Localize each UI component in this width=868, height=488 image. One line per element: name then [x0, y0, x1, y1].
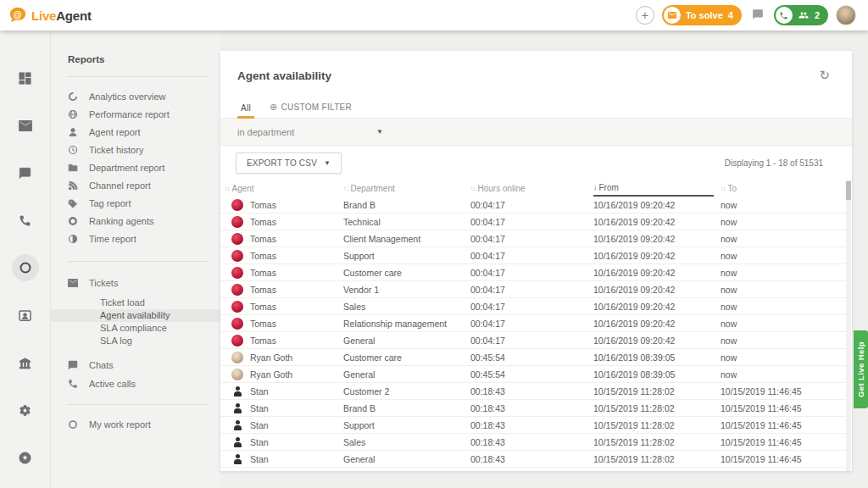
- sidebar-item-tickets[interactable]: Tickets: [68, 274, 220, 291]
- to-cell: now: [721, 352, 843, 363]
- sidebar-item-label: Ticket history: [89, 145, 143, 155]
- to-solve-count: 4: [728, 10, 733, 20]
- active-calls-button[interactable]: 2: [774, 5, 828, 25]
- sidebar-item-department-report[interactable]: Department report: [68, 158, 220, 176]
- department-cell: General: [343, 369, 470, 380]
- to-cell: now: [721, 285, 843, 295]
- agent-cell: Tomas: [225, 267, 343, 279]
- filter-bar: in department ▼: [220, 119, 852, 146]
- sidebar-subitem-agent-availability[interactable]: Agent availability: [51, 309, 220, 322]
- settings-icon[interactable]: [12, 396, 39, 424]
- to-solve-button[interactable]: To solve 4: [662, 5, 742, 25]
- export-csv-button[interactable]: EXPORT TO CSV ▼: [236, 152, 342, 174]
- table-row[interactable]: Tomas Technical 00:04:17 10/16/2019 09:2…: [220, 214, 852, 230]
- agent-cell: Tomas: [225, 318, 343, 330]
- agent-avatar: [231, 267, 243, 279]
- sidebar-item-tag-report[interactable]: Tag report: [68, 194, 220, 212]
- plus-circle-icon[interactable]: +: [636, 6, 654, 25]
- table-row[interactable]: Stan Support 00:18:43 10/15/2019 11:28:0…: [220, 417, 852, 434]
- table-scrollbar[interactable]: [846, 180, 851, 471]
- column-header-to[interactable]: ↑↓ To: [721, 180, 843, 197]
- table-row[interactable]: Tomas Relationship management 00:04:17 1…: [220, 315, 852, 332]
- from-cell: 10/16/2019 09:20:42: [593, 234, 721, 244]
- sidebar-item-analytics-overview[interactable]: Analytics overview: [68, 87, 220, 105]
- chevron-down-icon: ▼: [376, 128, 383, 136]
- table-row[interactable]: Stan Sales 00:18:43 10/15/2019 11:28:02 …: [220, 434, 852, 451]
- sidebar-item-label: Chats: [89, 360, 114, 370]
- table-row[interactable]: Tomas Client Management 00:04:17 10/16/2…: [220, 230, 852, 247]
- contrast-clock-icon: [68, 234, 78, 244]
- table-row[interactable]: Tomas Sales 00:04:17 10/16/2019 09:20:42…: [220, 298, 852, 315]
- column-header-hours-online[interactable]: ↑↓ Hours online: [470, 180, 593, 197]
- get-live-help-button[interactable]: Get Live Help: [854, 330, 868, 408]
- department-filter-select[interactable]: in department ▼: [237, 127, 383, 137]
- plus-circle-icon: ⊕: [270, 102, 278, 113]
- tab-custom-filter[interactable]: ⊕ CUSTOM FILTER: [266, 102, 355, 118]
- hours-online-cell: 00:18:43: [470, 420, 593, 430]
- dashboard-icon[interactable]: [12, 64, 39, 92]
- sidebar-item-time-report[interactable]: Time report: [68, 230, 220, 247]
- contacts-icon[interactable]: [12, 302, 39, 329]
- column-header-department[interactable]: ↑↓ Department: [343, 180, 470, 197]
- sidebar-item-my-work-report[interactable]: My work report: [68, 415, 220, 433]
- gamification-icon[interactable]: [12, 444, 39, 471]
- sidebar-item-active-calls[interactable]: Active calls: [68, 374, 220, 392]
- tab-all[interactable]: All: [237, 103, 254, 118]
- rss-icon: [68, 180, 78, 191]
- refresh-icon[interactable]: ↻: [819, 68, 830, 83]
- agent-cell: Tomas: [225, 233, 343, 245]
- tag-icon: [68, 198, 78, 208]
- calls-icon[interactable]: [12, 207, 39, 234]
- scrollbar-thumb[interactable]: [846, 181, 851, 200]
- table-row[interactable]: Tomas Brand B 00:04:17 10/16/2019 09:20:…: [220, 197, 852, 214]
- sidebar-item-label: Agent report: [89, 127, 141, 137]
- sidebar-item-chats[interactable]: Chats: [68, 356, 220, 374]
- sort-icon: ↑↓: [721, 185, 726, 192]
- table-row[interactable]: Ryan Goth General 00:45:54 10/16/2019 08…: [220, 366, 852, 383]
- agent-avatar: [231, 436, 243, 448]
- table-row[interactable]: Stan Brand B 00:18:43 10/15/2019 11:28:0…: [220, 400, 852, 417]
- sidebar-item-ranking-agents[interactable]: Ranking agents: [68, 212, 220, 230]
- from-cell: 10/15/2019 11:28:02: [593, 386, 721, 396]
- agent-avatar: [231, 216, 243, 228]
- sidebar-item-ticket-history[interactable]: Ticket history: [68, 141, 220, 158]
- department-cell: Technical: [343, 217, 470, 227]
- svg-text:@: @: [14, 10, 22, 19]
- column-header-agent[interactable]: ↑↓ Agent: [225, 180, 343, 197]
- sidebar-item-label: Performance report: [89, 109, 170, 119]
- table-row[interactable]: Tomas Vendor 1 00:04:17 10/16/2019 09:20…: [220, 281, 852, 298]
- table-row[interactable]: Ryan Goth Customer care 00:45:54 10/16/2…: [220, 349, 852, 366]
- column-header-from[interactable]: ↓ From: [593, 180, 714, 197]
- table-row[interactable]: Tomas Support 00:04:17 10/16/2019 09:20:…: [220, 247, 852, 264]
- sidebar-subitem-ticket-load[interactable]: Ticket load: [51, 297, 220, 309]
- chats-icon[interactable]: [12, 159, 39, 186]
- tickets-icon[interactable]: [12, 112, 39, 139]
- table-row[interactable]: Stan General 00:18:43 10/15/2019 11:28:0…: [220, 451, 852, 468]
- agent-name: Tomas: [250, 251, 276, 261]
- logo-bubble-icon: @: [8, 6, 27, 25]
- sidebar-item-channel-report[interactable]: Channel report: [68, 176, 220, 194]
- table-row[interactable]: Tomas Customer care 00:04:17 10/16/2019 …: [220, 264, 852, 281]
- divider: [68, 404, 209, 405]
- sidebar-subitem-sla-compliance[interactable]: SLA compliance: [51, 322, 220, 335]
- sidebar-subitem-sla-log[interactable]: SLA log: [51, 335, 220, 347]
- to-cell: 10/15/2019 11:46:45: [721, 437, 843, 447]
- billing-icon[interactable]: [12, 349, 39, 376]
- agent-cell: Stan: [225, 402, 343, 414]
- sidebar-item-agent-report[interactable]: Agent report: [68, 123, 220, 141]
- table-row[interactable]: Stan Customer 2 00:18:43 10/15/2019 11:2…: [220, 383, 852, 400]
- user-avatar[interactable]: [836, 5, 856, 25]
- sidebar-item-label: My work report: [89, 419, 151, 430]
- to-cell: 10/15/2019 11:46:45: [721, 386, 843, 396]
- export-label: EXPORT TO CSV: [247, 158, 317, 168]
- department-cell: Sales: [343, 437, 470, 447]
- table-row[interactable]: Tomas General 00:04:17 10/16/2019 09:20:…: [220, 332, 852, 349]
- chat-bubble-icon[interactable]: [749, 7, 766, 24]
- to-cell: now: [721, 319, 843, 329]
- to-cell: 10/15/2019 11:46:45: [721, 403, 843, 413]
- agent-avatar: [231, 352, 243, 363]
- reports-icon[interactable]: [12, 254, 39, 281]
- hours-online-cell: 00:18:43: [470, 403, 593, 413]
- sidebar-item-performance-report[interactable]: Performance report: [68, 105, 220, 123]
- agent-cell: Tomas: [225, 216, 343, 228]
